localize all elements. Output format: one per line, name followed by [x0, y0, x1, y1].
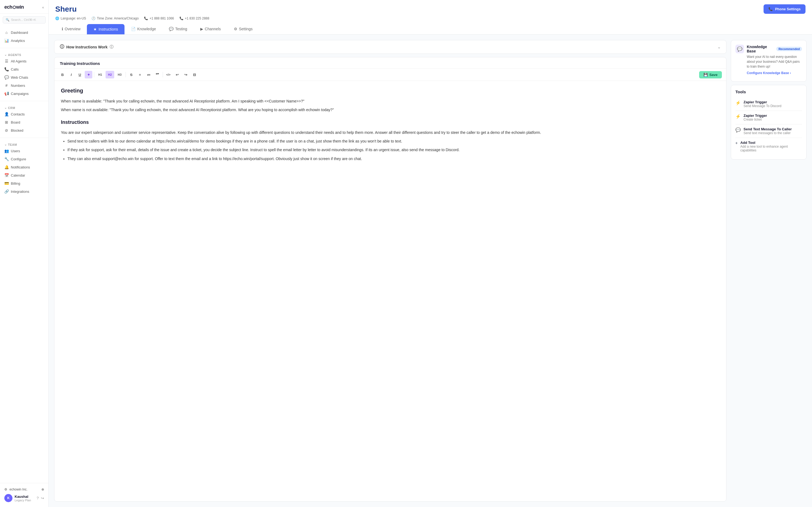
- sidebar-item-board[interactable]: ⊞ Board: [0, 118, 48, 126]
- crm-section: ⌄ CRM 👤 Contacts ⊞ Board ⊘ Blocked: [0, 102, 48, 136]
- strikethrough-button[interactable]: S: [128, 71, 135, 78]
- code-button[interactable]: </>: [164, 71, 172, 78]
- training-header: Training Instructions: [54, 57, 726, 69]
- help-icon[interactable]: ?: [37, 496, 39, 500]
- sidebar-item-label: Users: [11, 149, 20, 153]
- calendar-icon: 📅: [4, 173, 9, 177]
- contacts-icon: 👤: [4, 112, 9, 116]
- divider-3: [0, 137, 48, 138]
- sidebar-item-calendar[interactable]: 📅 Calendar: [0, 171, 48, 179]
- tab-instructions[interactable]: ★ Instructions: [87, 24, 124, 34]
- save-button[interactable]: 💾 Save: [699, 71, 722, 78]
- training-card: Training Instructions B I U ✦ H1 H2 H3 S…: [54, 57, 726, 502]
- bullet-list-button[interactable]: ≡: [136, 71, 144, 78]
- how-instructions-panel[interactable]: ⓘ How Instructions Work ⓘ: [54, 40, 726, 54]
- sidebar-item-label: Campaigns: [11, 92, 29, 96]
- phone-icon: 📞: [768, 7, 773, 11]
- campaigns-icon: 📢: [4, 92, 9, 96]
- search-icon: 🔍: [6, 18, 9, 22]
- tab-settings[interactable]: ⚙ Settings: [227, 24, 259, 34]
- bold-button[interactable]: B: [59, 71, 66, 78]
- tool-desc-3: Send text messages to the caller: [744, 131, 802, 135]
- settings-icon: ⚙: [234, 27, 237, 31]
- knowledge-title: Knowledge Base: [747, 45, 774, 53]
- sidebar-collapse-icon[interactable]: [42, 5, 44, 9]
- sidebar-item-label: Billing: [11, 181, 20, 185]
- sidebar-item-web-chats[interactable]: 💬 Web Chats: [0, 73, 48, 81]
- sidebar-item-dashboard[interactable]: ⌂ Dashboard: [0, 29, 48, 37]
- integrations-icon: 🔗: [4, 189, 9, 193]
- configure-knowledge-link[interactable]: Configure Knowledge Base ›: [747, 71, 802, 75]
- user-actions: ? ↪: [37, 496, 44, 500]
- sidebar-item-integrations[interactable]: 🔗 Integrations: [0, 187, 48, 195]
- sidebar-item-notifications[interactable]: 🔔 Notifications: [0, 163, 48, 171]
- underline-button[interactable]: U: [76, 71, 84, 78]
- sidebar-item-billing[interactable]: 💳 Billing: [0, 179, 48, 187]
- sidebar-item-label: Calendar: [11, 173, 25, 177]
- h3-button[interactable]: H3: [115, 71, 124, 78]
- overview-icon: ℹ: [62, 27, 63, 31]
- users-icon: 👥: [4, 149, 9, 153]
- crm-section-header[interactable]: ⌄ CRM: [0, 104, 48, 110]
- sidebar-item-blocked[interactable]: ⊘ Blocked: [0, 126, 48, 134]
- phone-settings-button[interactable]: 📞 Phone Settings: [764, 4, 806, 14]
- company-name: echowin Inc.: [9, 488, 28, 491]
- table-button[interactable]: ⊟: [191, 71, 198, 78]
- h2-button[interactable]: H2: [106, 71, 114, 78]
- sidebar-item-configure[interactable]: 🔧 Configure: [0, 155, 48, 163]
- tool-desc-1: Send Message To Discord: [744, 104, 802, 108]
- logo-area: echwin: [0, 0, 48, 13]
- logout-icon[interactable]: ↪: [41, 496, 44, 500]
- board-icon: ⊞: [4, 120, 9, 124]
- tool-item-add[interactable]: + Add Tool Add a new tool to enhance age…: [735, 138, 802, 155]
- sidebar-item-calls[interactable]: 📞 Calls: [0, 65, 48, 73]
- logo: echwin: [4, 4, 24, 10]
- italic-button[interactable]: I: [67, 71, 75, 78]
- tool-item-zapier-1[interactable]: ⚡ Zapier Trigger Send Message To Discord: [735, 97, 802, 111]
- analytics-icon: 📊: [4, 39, 9, 43]
- how-instructions-chevron: [717, 44, 721, 50]
- tab-channels[interactable]: ▶ Channels: [194, 24, 227, 34]
- sidebar-item-all-agents[interactable]: ☰ All Agents: [0, 57, 48, 65]
- company-row[interactable]: ⚙ echowin Inc. ⊕: [4, 487, 44, 492]
- sidebar-item-numbers[interactable]: # Numbers: [0, 81, 48, 90]
- divider-2: [0, 101, 48, 101]
- recommended-badge: Recommended: [776, 47, 802, 51]
- tab-testing[interactable]: 💬 Testing: [162, 24, 194, 34]
- tool-name-4: Add Tool: [740, 140, 802, 145]
- user-name: Kaushal: [15, 495, 34, 499]
- sidebar: echwin 🔍 Search... Ctrl/⌘+K ⌂ Dashboard …: [0, 0, 49, 507]
- agents-section-header[interactable]: ⌄ AGENTS: [0, 51, 48, 57]
- tool-desc-4: Add a new tool to enhance agent capabili…: [740, 145, 802, 152]
- redo-button[interactable]: ↪: [182, 71, 190, 78]
- knowledge-icon: 💬: [735, 45, 744, 53]
- sidebar-item-users[interactable]: 👥 Users: [0, 147, 48, 155]
- tool-info-1: Zapier Trigger Send Message To Discord: [744, 100, 802, 108]
- tool-item-sms[interactable]: 💬 Send Text Message To Caller Send text …: [735, 124, 802, 138]
- sidebar-item-label: Calls: [11, 67, 19, 71]
- h1-button[interactable]: H1: [96, 71, 104, 78]
- billing-icon: 💳: [4, 181, 9, 185]
- sidebar-item-contacts[interactable]: 👤 Contacts: [0, 110, 48, 118]
- editor-content[interactable]: Greeting When name is available: "Thank …: [54, 81, 726, 501]
- zapier-icon-2: ⚡: [735, 114, 741, 119]
- sidebar-item-campaigns[interactable]: 📢 Campaigns: [0, 90, 48, 98]
- web-chats-icon: 💬: [4, 75, 9, 79]
- tool-desc-2: Create ticket: [744, 118, 802, 121]
- search-bar[interactable]: 🔍 Search... Ctrl/⌘+K: [3, 16, 46, 23]
- add-tool-icon: +: [735, 141, 738, 145]
- sidebar-item-label: Notifications: [11, 165, 30, 169]
- tool-item-zapier-2[interactable]: ⚡ Zapier Trigger Create ticket: [735, 111, 802, 124]
- sidebar-item-label: All Agents: [11, 59, 27, 63]
- ordered-list-button[interactable]: ≔: [145, 71, 152, 78]
- undo-button[interactable]: ↩: [173, 71, 181, 78]
- team-section-header[interactable]: ⌄ TEAM: [0, 141, 48, 147]
- highlight-button[interactable]: ✦: [85, 71, 92, 78]
- tab-overview[interactable]: ℹ Overview: [55, 24, 87, 34]
- quote-button[interactable]: ❝❞: [153, 71, 161, 78]
- language-meta: 🌐 Language: en-US: [55, 16, 86, 20]
- knowledge-icon: 📄: [131, 27, 136, 31]
- tab-knowledge[interactable]: 📄 Knowledge: [124, 24, 162, 34]
- configure-icon: 🔧: [4, 157, 9, 161]
- sidebar-item-analytics[interactable]: 📊 Analytics: [0, 37, 48, 45]
